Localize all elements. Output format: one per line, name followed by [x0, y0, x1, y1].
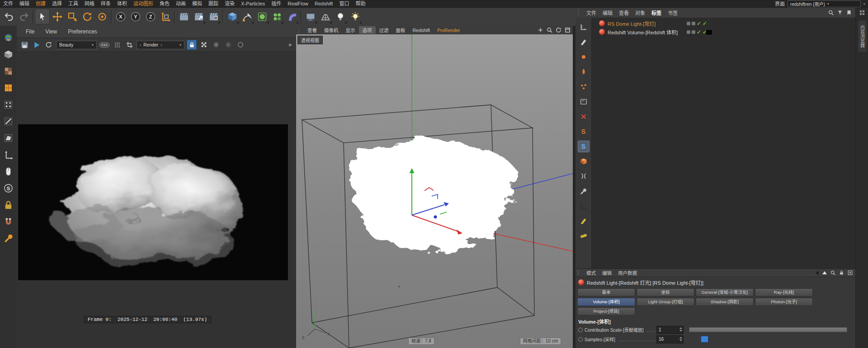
undo-button[interactable] [1, 9, 16, 24]
tablet-icon[interactable] [578, 96, 590, 108]
corner-ruler-icon[interactable] [578, 21, 590, 33]
scale-tool-button[interactable] [65, 9, 80, 24]
particles-icon[interactable] [578, 81, 590, 93]
menubar-item[interactable]: 创建 [33, 0, 49, 7]
om-menu-view[interactable]: 查看 [616, 9, 632, 16]
bookmark-icon[interactable] [846, 10, 852, 15]
emitter-icon[interactable] [578, 66, 590, 78]
display-options-button[interactable] [99, 40, 110, 50]
point-mode-button[interactable] [2, 98, 15, 111]
tab-basic[interactable]: 基本 [577, 288, 635, 296]
prev-render-icon[interactable]: ‹ [140, 42, 141, 47]
crop-button[interactable] [124, 40, 134, 50]
environment-button[interactable] [303, 9, 318, 24]
script-icon[interactable]: S [578, 141, 590, 152]
menubar-item[interactable]: X-Particles [238, 0, 268, 7]
save-button[interactable] [19, 40, 29, 50]
compare-grid-button[interactable] [112, 40, 122, 50]
menubar-item[interactable]: Redshift [311, 0, 336, 7]
new-panel-icon[interactable] [848, 270, 853, 275]
snap-button[interactable]: S [2, 182, 15, 194]
toggle-panel-icon[interactable] [564, 27, 571, 33]
pv-menu-preferences[interactable]: Preferences [62, 28, 103, 35]
pan-view-icon[interactable] [537, 27, 544, 33]
content-browser-tab[interactable]: 内容浏览器 [858, 20, 867, 52]
vp-menu-filter[interactable]: 过滤 [376, 26, 392, 34]
am-menu-mode[interactable]: 模式 [583, 269, 599, 276]
render-history-nav[interactable]: ‹ Render › ▾ [137, 41, 184, 49]
menubar-item[interactable]: 文件 [0, 0, 16, 7]
back-arrow-icon[interactable] [816, 271, 819, 275]
om-menu-objects[interactable]: 对象 [632, 9, 648, 16]
menubar-item[interactable]: 网格 [81, 0, 98, 7]
menubar-item[interactable]: 跟踪 [205, 0, 222, 7]
render-visibility-toggle[interactable] [692, 30, 695, 34]
region-circle-button[interactable] [236, 40, 245, 50]
ruler-icon[interactable] [578, 230, 590, 242]
play-button[interactable] [32, 40, 42, 50]
am-menu-userdata[interactable]: 用户数据 [615, 269, 640, 276]
vp-menu-view[interactable]: 查看 [304, 26, 321, 34]
light-button[interactable] [333, 9, 348, 24]
tab-general[interactable]: General-[常规-小青汉化] [696, 288, 754, 296]
menubar-item[interactable]: 角色 [156, 0, 173, 7]
vp-menu-redshift[interactable]: Redshift [409, 27, 434, 33]
section-header[interactable]: Volume-[体积] [576, 318, 855, 325]
menubar-item[interactable]: 插件 [268, 0, 284, 7]
axis-arrows-icon[interactable] [578, 200, 590, 212]
menubar-item[interactable]: 模拟 [189, 0, 205, 7]
refresh-button[interactable] [44, 40, 54, 50]
enabled-check-icon[interactable]: ✓ [697, 29, 701, 35]
keyframe-ring-icon[interactable] [578, 337, 583, 342]
render-to-picture-viewer-button[interactable] [191, 9, 206, 24]
om-menu-tags[interactable]: 标签 [648, 9, 665, 16]
samples-input[interactable]: 16 [656, 335, 684, 343]
om-menu-bookmarks[interactable]: 书签 [665, 9, 681, 16]
up-arrow-icon[interactable] [822, 271, 827, 274]
generator-button[interactable] [269, 9, 284, 24]
pliers-icon[interactable] [578, 170, 590, 182]
volume-preview-swatch[interactable] [706, 29, 712, 35]
editor-visibility-toggle[interactable] [687, 22, 690, 25]
viewport-canvas[interactable]: Y X Z 透视视图 帧速：7.8 网格间距：10 cm [296, 34, 573, 348]
rotate-tool-button[interactable] [80, 9, 94, 24]
pv-menu-file[interactable]: File [20, 28, 40, 35]
tab-volume[interactable]: Volume-[体积] [577, 298, 635, 306]
menubar-item[interactable]: 编辑 [16, 0, 33, 7]
render-visibility-toggle[interactable] [692, 22, 695, 25]
wrench-icon[interactable] [578, 185, 590, 197]
enabled-check-icon[interactable]: ✓ [697, 21, 701, 26]
axis-mode-button[interactable] [2, 148, 15, 161]
object-row[interactable]: RS Dome Light-[穹灯] ✓ ✓ [592, 19, 855, 28]
zoom-view-icon[interactable] [546, 27, 553, 33]
redo-button[interactable] [16, 9, 31, 24]
menubar-item[interactable]: 工具 [65, 0, 81, 7]
vp-menu-cameras[interactable]: 摄像机 [321, 26, 342, 34]
checker-button[interactable] [199, 40, 209, 50]
menubar-item[interactable]: 选择 [49, 0, 65, 7]
object-row[interactable]: Redshift Volume-[Redshift 体积] ✓ ✓ [592, 28, 855, 36]
drag-grip[interactable] [578, 9, 581, 16]
vp-menu-options[interactable]: 选项 [359, 26, 376, 34]
vp-menu-prorender[interactable]: ProRender [434, 27, 464, 33]
cloner-icon[interactable] [578, 51, 590, 63]
filter-a-button[interactable] [211, 40, 221, 50]
menubar-item[interactable]: 体积 [114, 0, 130, 7]
add-primitive-button[interactable] [225, 9, 240, 24]
render-view-button[interactable] [176, 9, 191, 24]
menubar-item[interactable]: 渲染 [222, 0, 238, 7]
live-selection-button[interactable] [35, 9, 50, 24]
menubar-item[interactable]: 样条 [98, 0, 114, 7]
deformer-button[interactable] [284, 9, 299, 24]
spline-pen-button[interactable] [240, 9, 255, 24]
y-axis-lock-button[interactable]: Y [128, 9, 143, 24]
edit-render-settings-button[interactable] [206, 9, 221, 24]
edge-mode-button[interactable] [2, 115, 15, 127]
am-menu-edit[interactable]: 编辑 [599, 269, 615, 276]
menubar-item[interactable]: 运动图形 [130, 0, 156, 7]
tab-shadow[interactable]: Shadow-[阴影] [696, 298, 754, 306]
search-icon[interactable] [828, 10, 834, 15]
editor-visibility-toggle[interactable] [687, 30, 690, 34]
filter-b-button[interactable] [223, 40, 233, 50]
z-axis-lock-button[interactable]: Z [143, 9, 158, 24]
